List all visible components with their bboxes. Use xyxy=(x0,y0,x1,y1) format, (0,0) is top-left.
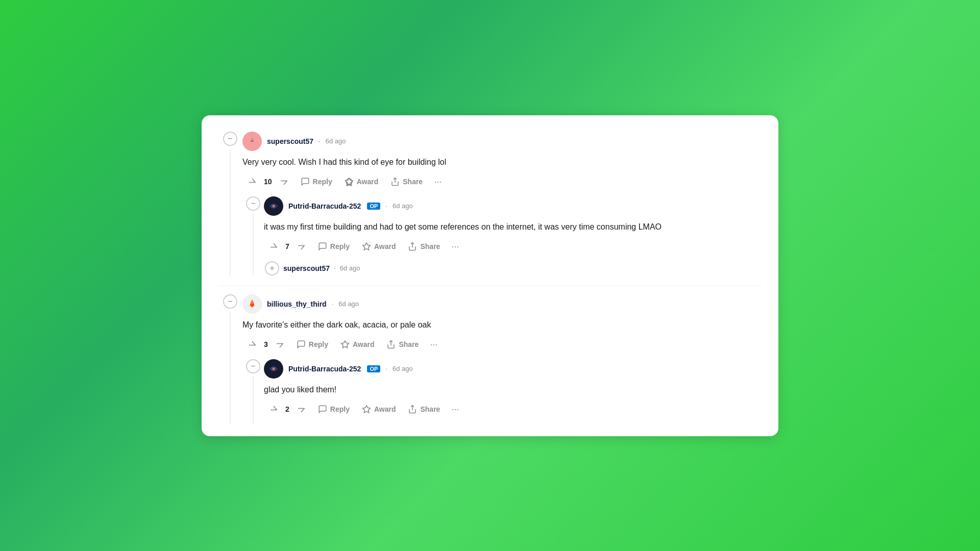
reply-icon xyxy=(318,405,327,414)
svg-point-5 xyxy=(253,139,254,140)
username-c2: billious_thy_third xyxy=(267,300,327,308)
upvote-icon xyxy=(248,177,257,186)
svg-point-27 xyxy=(251,306,252,307)
collapse-button-c1[interactable]: − xyxy=(223,132,237,146)
vote-count-c2r1: 2 xyxy=(283,405,291,413)
nasa-avatar-icon-2 xyxy=(269,364,278,373)
more-options-c1r1[interactable]: ··· xyxy=(447,238,463,255)
svg-point-16 xyxy=(251,301,254,304)
comment-1: − xyxy=(218,132,762,276)
svg-point-18 xyxy=(252,299,253,300)
downvote-icon xyxy=(297,405,306,414)
award-button-c1r1[interactable]: Award xyxy=(357,239,401,254)
upvote-icon xyxy=(248,340,257,349)
avatar-icon xyxy=(248,137,257,146)
vote-count-c1: 10 xyxy=(262,178,274,186)
action-bar-c1: 10 Reply Award Sha xyxy=(242,173,762,190)
expanded-timestamp: 6d ago xyxy=(340,264,360,272)
username-c2r1: Putrid-Barracuda-252 xyxy=(288,365,361,373)
share-icon xyxy=(386,340,396,349)
avatar-putrid-2 xyxy=(264,359,283,379)
award-icon xyxy=(340,340,350,349)
comments-card: − xyxy=(202,115,778,436)
comment-2: − xyxy=(218,294,762,424)
action-bar-c2: 3 Reply Award Shar xyxy=(242,336,762,353)
reply-c2r1-header: Putrid-Barracuda-252 OP · 6d ago xyxy=(264,359,762,379)
action-bar-c1r1: 7 Reply Award xyxy=(264,238,762,255)
share-icon xyxy=(408,242,417,251)
reply-button-c2r1[interactable]: Reply xyxy=(313,402,355,417)
comment-1-header: superscout57 · 6d ago xyxy=(242,132,762,151)
more-options-c2[interactable]: ··· xyxy=(426,336,442,353)
avatar-putrid-1 xyxy=(264,196,283,216)
collapse-button-c1r1[interactable]: − xyxy=(246,196,260,211)
timestamp-c2: 6d ago xyxy=(338,300,359,308)
expand-button-c1r1[interactable]: + xyxy=(265,261,279,276)
reply-button-c2[interactable]: Reply xyxy=(291,337,333,352)
reply-icon xyxy=(301,177,310,186)
avatar-billious xyxy=(242,294,262,314)
award-icon xyxy=(362,242,371,251)
share-button-c2r1[interactable]: Share xyxy=(403,402,445,417)
vote-count-c1r1: 7 xyxy=(283,242,291,251)
svg-point-33 xyxy=(273,368,275,369)
reply-text-c2r1: glad you liked them! xyxy=(264,384,762,396)
action-bar-c2r1: 2 Reply Award xyxy=(264,401,762,418)
reply-c1r1: − xyxy=(242,196,762,276)
share-icon xyxy=(390,177,400,186)
timestamp-c2r1: 6d ago xyxy=(393,365,413,372)
expanded-user-row: + superscout57 · 6d ago xyxy=(265,261,762,276)
reply-button-c1r1[interactable]: Reply xyxy=(313,239,355,254)
share-button-c1r1[interactable]: Share xyxy=(403,239,445,254)
vote-group-c1r1: 7 xyxy=(264,239,311,254)
award-button-c1[interactable]: Award xyxy=(339,174,384,189)
svg-point-4 xyxy=(251,139,251,140)
reply-text-c1r1: it was my first time building and had to… xyxy=(264,221,762,233)
downvote-c2r1[interactable] xyxy=(291,402,311,417)
upvote-c1[interactable] xyxy=(242,174,262,189)
timestamp-c1: 6d ago xyxy=(326,137,346,145)
username-c1: superscout57 xyxy=(267,137,313,145)
collapse-button-c2[interactable]: − xyxy=(223,294,237,309)
award-button-c2[interactable]: Award xyxy=(335,337,380,352)
upvote-c2r1[interactable] xyxy=(264,402,283,417)
vote-count-c2: 3 xyxy=(262,340,270,348)
more-options-c1[interactable]: ··· xyxy=(430,173,446,190)
upvote-icon xyxy=(269,242,278,251)
comment-text-c2: My favorite's either the dark oak, acaci… xyxy=(242,319,762,331)
comment-2-header: billious_thy_third · 6d ago xyxy=(242,294,762,314)
downvote-c2[interactable] xyxy=(270,337,289,352)
expanded-username: superscout57 xyxy=(283,264,330,272)
divider-1 xyxy=(218,286,762,286)
vote-group-c2: 3 xyxy=(242,337,289,352)
svg-point-11 xyxy=(273,205,275,207)
award-button-c2r1[interactable]: Award xyxy=(357,402,401,417)
downvote-icon xyxy=(279,177,288,186)
share-icon xyxy=(408,405,417,414)
reply-icon xyxy=(297,340,306,349)
comment-text-c1: Very very cool. Wish I had this kind of … xyxy=(242,156,762,168)
upvote-c1r1[interactable] xyxy=(264,239,283,254)
svg-point-22 xyxy=(253,302,253,303)
collapse-button-c2r1[interactable]: − xyxy=(246,359,260,373)
op-badge-c1r1: OP xyxy=(367,203,380,210)
reddit-avatar-icon xyxy=(248,299,257,309)
vote-group-c1: 10 xyxy=(242,174,293,189)
upvote-c2[interactable] xyxy=(242,337,262,352)
award-icon xyxy=(362,405,371,414)
reply-c1r1-header: Putrid-Barracuda-252 OP · 6d ago xyxy=(264,196,762,216)
reply-button-c1[interactable]: Reply xyxy=(296,174,337,189)
downvote-c1r1[interactable] xyxy=(291,239,311,254)
share-button-c2[interactable]: Share xyxy=(381,337,424,352)
more-options-c2r1[interactable]: ··· xyxy=(447,401,463,418)
share-button-c1[interactable]: Share xyxy=(385,174,428,189)
downvote-c1[interactable] xyxy=(274,174,293,189)
svg-point-21 xyxy=(251,302,252,303)
downvote-icon xyxy=(275,340,284,349)
award-icon xyxy=(345,177,354,186)
avatar-superscout57 xyxy=(242,132,262,151)
nasa-avatar-icon xyxy=(269,202,278,211)
op-badge-c2r1: OP xyxy=(367,365,380,372)
vote-group-c2r1: 2 xyxy=(264,402,311,417)
downvote-icon xyxy=(297,242,306,251)
